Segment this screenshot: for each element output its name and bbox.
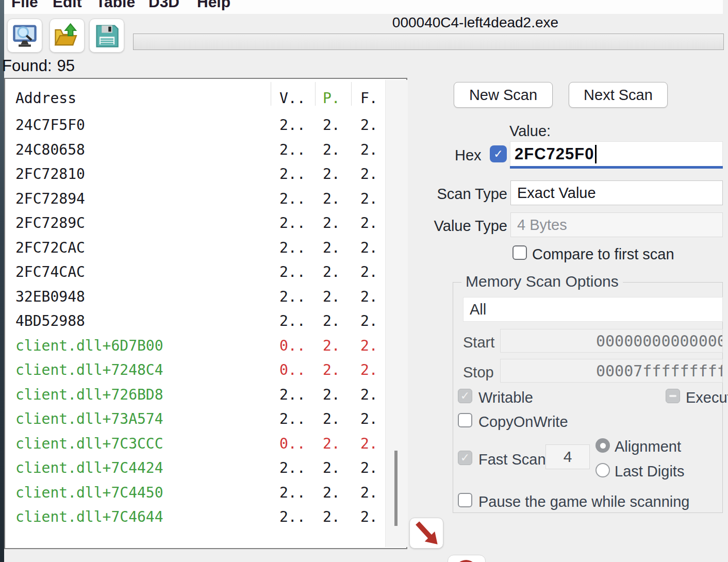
monitor-magnifier-icon — [11, 22, 38, 49]
partial-red-circle-button[interactable] — [448, 555, 486, 562]
check-icon: ✓ — [460, 452, 470, 464]
start-address-value: 0000000000000000 — [501, 332, 723, 350]
writable-checkbox[interactable]: ✓ — [458, 389, 472, 403]
row-previous: 2. — [323, 509, 340, 525]
column-header-value[interactable]: V.. — [279, 90, 306, 107]
row-first: 2. — [360, 460, 378, 476]
compare-first-scan-label: Compare to first scan — [532, 246, 674, 263]
scan-type-label: Scan Type — [428, 186, 507, 203]
alignment-radio[interactable] — [595, 438, 610, 453]
add-to-address-list-button[interactable] — [409, 518, 443, 549]
fast-scan-alignment-input[interactable]: 4 — [545, 444, 590, 469]
table-row[interactable]: client.dll+73A5742..2.2. — [5, 411, 406, 427]
row-address: client.dll+7C4424 — [15, 460, 163, 476]
table-row[interactable]: client.dll+7C44242..2.2. — [5, 460, 406, 476]
red-circle-icon — [455, 560, 477, 562]
row-first: 2. — [360, 509, 378, 525]
row-value: 2.. — [279, 191, 306, 207]
scan-progress-bar — [133, 34, 724, 50]
table-row[interactable]: client.dll+7C3CCC0..2.2. — [5, 436, 406, 452]
menu-bar: File Edit Table D3D Help — [4, 0, 723, 14]
table-row[interactable]: client.dll+726BD82..2.2. — [5, 387, 406, 403]
row-value: 2.. — [279, 509, 306, 525]
scan-type-dropdown[interactable]: Exact Value — [510, 180, 723, 205]
row-previous: 2. — [323, 338, 340, 354]
table-row[interactable]: 24C806582..2.2. — [5, 142, 406, 158]
table-row[interactable]: 2FC728942..2.2. — [5, 191, 406, 207]
table-row[interactable]: 24C7F5F02..2.2. — [5, 118, 406, 133]
row-first: 2. — [360, 362, 378, 378]
new-scan-button[interactable]: New Scan — [454, 82, 553, 108]
table-row[interactable]: 2FC74CAC2..2.2. — [5, 265, 406, 280]
menu-d3d[interactable]: D3D — [148, 0, 179, 11]
row-address: 32EB0948 — [15, 289, 85, 305]
row-previous: 2. — [323, 118, 340, 133]
start-address-field[interactable]: 0000000000000000 — [500, 329, 723, 353]
value-type-dropdown[interactable]: 4 Bytes — [510, 212, 723, 237]
last-digits-label: Last Digits — [615, 463, 684, 480]
next-scan-button[interactable]: Next Scan — [569, 82, 668, 108]
menu-help[interactable]: Help — [197, 0, 230, 11]
compare-first-scan-checkbox[interactable] — [512, 245, 527, 260]
row-value: 2.. — [279, 411, 306, 427]
row-first: 2. — [360, 216, 378, 231]
table-row[interactable]: 2FC728102..2.2. — [5, 167, 406, 182]
last-digits-radio[interactable] — [595, 463, 610, 477]
row-address: client.dll+73A574 — [15, 411, 163, 427]
row-first: 2. — [360, 167, 378, 182]
row-address: 2FC72894 — [15, 191, 85, 207]
select-process-button[interactable] — [7, 19, 42, 53]
table-row[interactable]: client.dll+7C46442..2.2. — [5, 509, 406, 525]
row-previous: 2. — [323, 485, 340, 501]
row-previous: 2. — [323, 460, 340, 476]
row-value: 2.. — [279, 216, 306, 231]
copyonwrite-checkbox[interactable] — [458, 413, 472, 427]
stop-label: Stop — [463, 364, 494, 381]
hex-label: Hex — [455, 147, 482, 164]
row-address: client.dll+7C4450 — [15, 485, 163, 501]
memory-scan-options-title: Memory Scan Options — [461, 273, 623, 290]
text-caret — [595, 145, 597, 163]
row-previous: 2. — [323, 191, 340, 207]
table-row[interactable]: 2FC7289C2..2.2. — [5, 216, 406, 231]
table-row[interactable]: client.dll+7248C40..2.2. — [5, 362, 406, 378]
red-arrow-down-right-icon — [413, 520, 440, 547]
hex-checkbox[interactable]: ✓ — [490, 145, 507, 162]
column-header-previous[interactable]: P. — [323, 90, 340, 107]
floppy-disk-icon — [93, 22, 120, 49]
table-row[interactable]: client.dll+7C44502..2.2. — [5, 485, 406, 501]
start-label: Start — [463, 334, 494, 351]
executable-checkbox[interactable] — [666, 389, 680, 403]
row-previous: 2. — [323, 289, 340, 305]
scan-value-input[interactable]: 2FC725F0 — [510, 141, 723, 166]
row-value: 2.. — [279, 313, 306, 329]
row-value: 2.. — [279, 485, 306, 501]
menu-file[interactable]: File — [11, 0, 38, 11]
row-first: 2. — [360, 485, 378, 501]
row-value: 2.. — [279, 167, 306, 182]
pause-game-checkbox[interactable] — [458, 493, 472, 507]
row-address: client.dll+6D7B00 — [15, 338, 163, 354]
row-first: 2. — [360, 338, 378, 354]
column-header-address[interactable]: Address — [15, 90, 76, 107]
row-first: 2. — [360, 313, 378, 329]
table-row[interactable]: 32EB09482..2.2. — [5, 289, 406, 305]
stop-address-field[interactable]: 00007fffffffffff — [500, 359, 723, 383]
column-header-first[interactable]: F. — [360, 90, 378, 107]
fast-scan-checkbox[interactable]: ✓ — [458, 451, 472, 465]
save-table-button[interactable] — [89, 19, 124, 53]
row-first: 2. — [360, 289, 378, 305]
open-table-button[interactable] — [49, 19, 85, 53]
row-value: 2.. — [279, 387, 306, 403]
table-row[interactable]: client.dll+6D7B000..2.2. — [5, 338, 406, 354]
row-previous: 2. — [323, 436, 340, 452]
table-row[interactable]: 2FC72CAC2..2.2. — [5, 240, 406, 256]
table-scrollbar-thumb[interactable] — [394, 451, 398, 526]
row-address: client.dll+7248C4 — [15, 362, 163, 378]
memory-region-dropdown[interactable]: All — [463, 297, 723, 322]
attached-process-title: 000040C4-left4dead2.exe — [361, 14, 590, 31]
menu-edit[interactable]: Edit — [53, 0, 82, 11]
menu-table[interactable]: Table — [96, 0, 135, 11]
table-row[interactable]: 4BD529882..2.2. — [5, 313, 406, 329]
row-value: 2.. — [279, 142, 306, 158]
